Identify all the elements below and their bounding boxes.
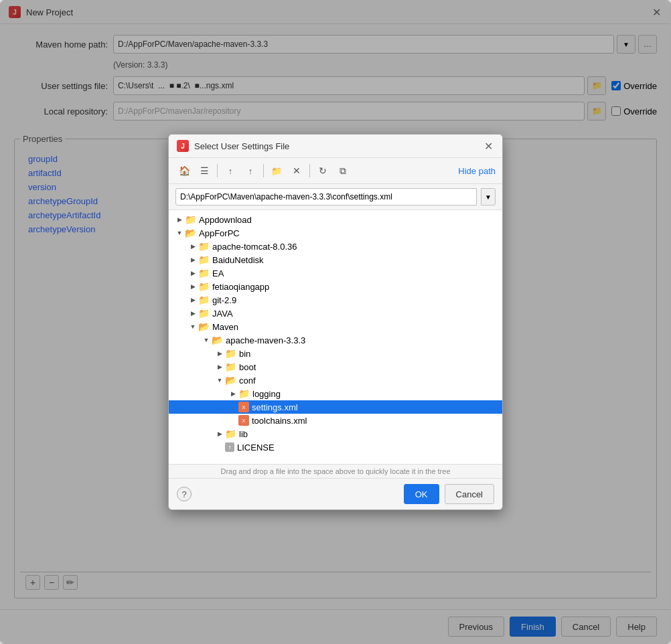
dialog-help-button[interactable]: ? <box>177 487 192 501</box>
tree-expander[interactable]: ▶ <box>188 308 198 319</box>
tree-item-baidunetdisk[interactable]: ▶ 📁 BaiduNetdisk <box>169 253 502 266</box>
tree-label: JAVA <box>212 309 233 319</box>
folder-icon: 📁 <box>225 348 236 359</box>
tree-item-apache-maven[interactable]: ▼ 📂 apache-maven-3.3.3 <box>169 333 502 347</box>
modal-overlay: J Select User Settings File ✕ 🏠 ☰ ↑ ↑ 📁 … <box>1 1 670 643</box>
main-window: J New Project ✕ Maven home path: ▼ … (Ve… <box>0 0 671 644</box>
modal-title-bar: J Select User Settings File ✕ <box>169 135 502 158</box>
tree-expander <box>214 442 225 453</box>
folder-icon: 📁 <box>225 428 236 439</box>
folder-icon: 📁 <box>198 268 210 278</box>
dialog-cancel-button[interactable]: Cancel <box>445 484 494 504</box>
toolbar-new-folder-btn[interactable]: 📁 <box>268 162 285 179</box>
tree-item-toolchains-xml[interactable]: X toolchains.xml <box>169 414 502 427</box>
tree-label: AppForPC <box>199 228 240 238</box>
modal-path-dropdown[interactable]: ▼ <box>481 188 496 206</box>
tree-expander[interactable]: ▶ <box>214 361 225 372</box>
tree-expander[interactable]: ▼ <box>174 228 185 238</box>
drag-drop-hint: Drag and drop a file into the space abov… <box>169 465 502 478</box>
tree-item-settings-xml[interactable]: X settings.xml <box>169 400 502 414</box>
tree-item-appforpc[interactable]: ▼ 📂 AppForPC <box>169 226 502 240</box>
folder-icon: 📁 <box>238 388 250 399</box>
tree-item-boot[interactable]: ▶ 📁 boot <box>169 360 502 374</box>
folder-icon: 📂 <box>198 321 210 332</box>
toolbar-home-btn[interactable]: 🏠 <box>175 162 193 179</box>
tree-expander[interactable]: ▶ <box>188 241 198 252</box>
folder-icon: 📁 <box>198 308 210 319</box>
tree-expander[interactable]: ▼ <box>188 321 198 332</box>
tree-item-license[interactable]: f LICENSE <box>169 440 502 454</box>
tree-item-conf[interactable]: ▼ 📂 conf <box>169 374 502 387</box>
modal-bottom-bar: ? OK Cancel <box>169 478 502 509</box>
tree-item-bin[interactable]: ▶ 📁 bin <box>169 347 502 360</box>
tree-label: Maven <box>212 322 238 332</box>
tree-item-tomcat[interactable]: ▶ 📁 apache-tomcat-8.0.36 <box>169 240 502 253</box>
file-tree[interactable]: ▶ 📁 Appdownload ▼ 📂 AppForPC ▶ 📁 apache-… <box>169 210 502 465</box>
tree-label: apache-tomcat-8.0.36 <box>212 242 297 252</box>
folder-icon: 📂 <box>225 375 236 386</box>
tree-item-lib[interactable]: ▶ 📁 lib <box>169 427 502 440</box>
tree-label: bin <box>239 349 250 359</box>
tree-item-maven[interactable]: ▼ 📂 Maven <box>169 320 502 333</box>
tree-label: BaiduNetdisk <box>212 255 264 265</box>
tree-expander <box>228 415 238 426</box>
modal-close-button[interactable]: ✕ <box>482 140 494 152</box>
tree-item-logging[interactable]: ▶ 📁 logging <box>169 387 502 400</box>
tree-label: fetiaoqiangapp <box>212 282 269 292</box>
tree-expander[interactable]: ▶ <box>228 388 238 399</box>
toolbar-list-btn[interactable]: ☰ <box>196 162 213 179</box>
xml-file-icon: X <box>238 402 249 412</box>
folder-icon: 📁 <box>198 241 210 252</box>
modal-path-row: ▼ <box>169 184 502 210</box>
folder-icon: 📂 <box>212 335 223 345</box>
tree-label: conf <box>239 376 256 386</box>
tree-expander[interactable]: ▶ <box>188 254 198 265</box>
modal-toolbar: 🏠 ☰ ↑ ↑ 📁 ✕ ↻ ⧉ Hide path <box>169 158 502 184</box>
dialog-ok-button[interactable]: OK <box>404 484 439 504</box>
toolbar-up2-btn[interactable]: ↑ <box>242 162 259 179</box>
tree-expander[interactable]: ▼ <box>214 375 225 386</box>
toolbar-sep3 <box>309 164 310 177</box>
folder-icon: 📁 <box>225 361 236 372</box>
modal-path-input[interactable] <box>175 188 477 206</box>
tree-expander[interactable]: ▶ <box>188 295 198 305</box>
tree-expander[interactable]: ▶ <box>188 268 198 278</box>
modal-icon: J <box>177 140 189 152</box>
toolbar-refresh-btn[interactable]: ↻ <box>314 162 331 179</box>
tree-expander[interactable]: ▶ <box>174 214 185 225</box>
folder-icon: 📁 <box>198 295 210 305</box>
tree-label: git-2.9 <box>212 295 236 305</box>
folder-icon: 📁 <box>198 281 210 292</box>
folder-icon: 📁 <box>198 254 210 265</box>
toolbar-delete-btn[interactable]: ✕ <box>288 162 305 179</box>
tree-item-git[interactable]: ▶ 📁 git-2.9 <box>169 293 502 307</box>
tree-expander <box>228 402 238 412</box>
tree-expander[interactable]: ▼ <box>201 335 212 345</box>
toolbar-up-btn[interactable]: ↑ <box>222 162 239 179</box>
folder-icon: 📂 <box>185 228 196 238</box>
tree-item-java[interactable]: ▶ 📁 JAVA <box>169 307 502 320</box>
toolbar-copy-btn[interactable]: ⧉ <box>334 162 352 179</box>
tree-expander[interactable]: ▶ <box>214 428 225 439</box>
toolbar-sep1 <box>217 164 218 177</box>
xml-file-icon: X <box>238 415 249 426</box>
tree-expander[interactable]: ▶ <box>214 348 225 359</box>
toolbar-sep2 <box>263 164 264 177</box>
tree-label: EA <box>212 268 224 278</box>
modal-title: Select User Settings File <box>194 141 477 151</box>
tree-item-fetiaoqiangapp[interactable]: ▶ 📁 fetiaoqiangapp <box>169 280 502 293</box>
tree-expander[interactable]: ▶ <box>188 281 198 292</box>
folder-icon: 📁 <box>185 214 196 225</box>
file-icon: f <box>225 442 234 452</box>
tree-label: apache-maven-3.3.3 <box>226 335 305 345</box>
tree-label: settings.xml <box>252 402 298 412</box>
tree-label: logging <box>252 389 281 399</box>
tree-item-appdownload[interactable]: ▶ 📁 Appdownload <box>169 213 502 226</box>
tree-label: Appdownload <box>199 215 252 225</box>
file-selector-dialog: J Select User Settings File ✕ 🏠 ☰ ↑ ↑ 📁 … <box>168 134 503 510</box>
tree-label: lib <box>239 429 248 439</box>
tree-label: LICENSE <box>237 442 275 453</box>
tree-item-ea[interactable]: ▶ 📁 EA <box>169 266 502 280</box>
tree-label: boot <box>239 362 256 372</box>
hide-path-button[interactable]: Hide path <box>458 166 496 176</box>
